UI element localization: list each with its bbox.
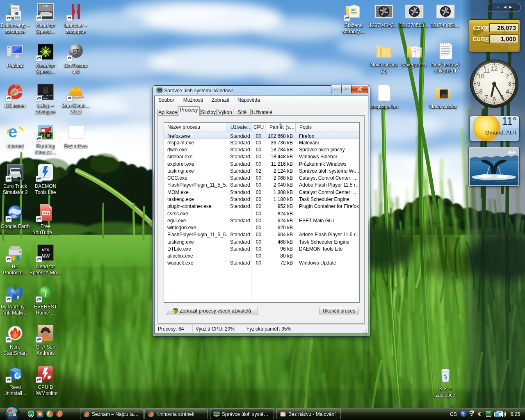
svg-text:e: e	[8, 123, 17, 141]
svg-text:8: 8	[479, 88, 482, 95]
svg-text:3: 3	[508, 80, 511, 87]
svg-text:MW: MW	[41, 253, 50, 258]
svg-text:?: ?	[462, 411, 465, 416]
svg-text:MP3: MP3	[43, 212, 50, 215]
svg-text:NFS: NFS	[42, 248, 49, 252]
svg-text:ST: ST	[73, 48, 80, 54]
svg-text:7: 7	[485, 94, 488, 100]
svg-text:SHIFT: SHIFT	[43, 5, 48, 7]
svg-text:MW3: MW3	[43, 97, 49, 100]
svg-text:6: 6	[493, 96, 496, 103]
svg-text:S&T: S&T	[351, 8, 357, 11]
svg-text:9: 9	[477, 80, 480, 87]
svg-text:i: i	[44, 288, 47, 299]
svg-text:4: 4	[506, 88, 509, 95]
